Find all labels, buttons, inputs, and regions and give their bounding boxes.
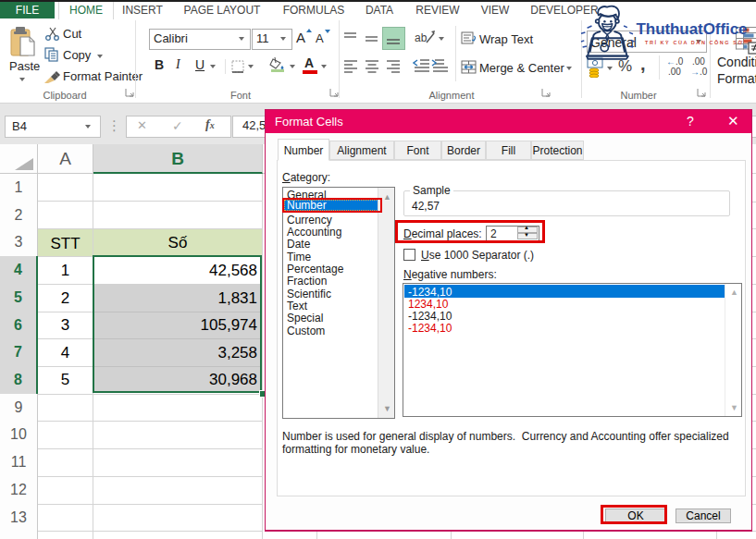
svg-text:ab: ab	[415, 31, 428, 44]
svg-text:ThuthuatOffice: ThuthuatOffice	[637, 20, 748, 38]
svg-text:TRÍ KỶ CỦA DÂN CÔNG SỞ: TRÍ KỶ CỦA DÂN CÔNG SỞ	[645, 39, 744, 45]
